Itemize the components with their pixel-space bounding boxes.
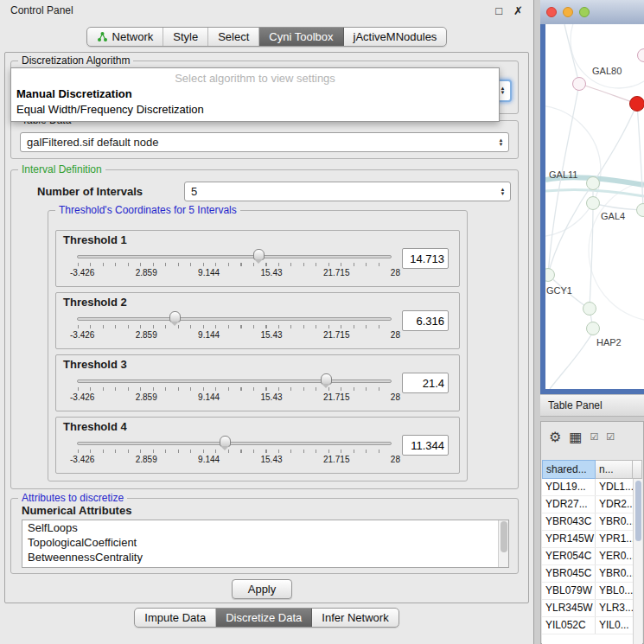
thresholds-group-label: Threshold's Coordinates for 5 Intervals (55, 204, 240, 216)
table-body: YDL19...YDL1... YDR27...YDR2... YBR043CY… (542, 479, 642, 644)
threshold-2-slider[interactable]: -3.4262.8599.14415.4321.71528 (77, 309, 392, 347)
control-panel-titlebar: Control Panel □ ✗ (0, 0, 533, 21)
table-row[interactable]: YBR045CYBR0... (542, 565, 642, 583)
apply-button[interactable]: Apply (232, 579, 292, 599)
network-node[interactable] (586, 322, 600, 335)
table-row[interactable]: YLR345WYLR3... (542, 600, 642, 617)
threshold-label: Threshold 2 (63, 296, 127, 309)
list-item[interactable]: BetweennessCentrality (22, 550, 508, 564)
table-row[interactable]: YDR27...YDR2... (542, 496, 642, 513)
table-scrollbar[interactable] (633, 479, 642, 644)
threshold-4-panel: Threshold 4 -3.4262.8599.14415.4321.7152… (55, 417, 460, 474)
threshold-3-panel: Threshold 3 -3.4262.8599.14415.4321.7152… (55, 354, 460, 411)
top-tabbar: Network Style Select Cyni Toolbox jActiv… (0, 27, 533, 47)
threshold-value-input[interactable] (402, 310, 449, 331)
interval-definition-group: Interval Definition Number of Intervals … (10, 169, 519, 489)
threshold-label: Threshold 3 (63, 358, 127, 371)
discretization-algorithm-group-label: Discretization Algorithm (18, 54, 133, 67)
combo-stepper-icon: ▲▼ (495, 138, 508, 147)
thresholds-group: Threshold's Coordinates for 5 Intervals … (48, 210, 468, 481)
table-data-combobox[interactable]: galFiltered.sif default node ▲▼ (20, 132, 509, 152)
threshold-4-slider[interactable]: -3.4262.8599.14415.4321.71528 (77, 433, 392, 471)
slider-track[interactable] (77, 379, 392, 383)
columns-icon[interactable]: ▦ (569, 429, 582, 445)
slider-thumb[interactable] (169, 311, 181, 322)
slider-thumb[interactable] (321, 373, 332, 385)
threshold-value-input[interactable] (402, 248, 449, 269)
slider-tick-labels: -3.4262.8599.14415.4321.71528 (70, 330, 400, 340)
table-row[interactable]: YER054CYER0... (542, 548, 642, 565)
threshold-3-slider[interactable]: -3.4262.8599.14415.4321.71528 (77, 371, 392, 409)
network-node[interactable] (572, 77, 586, 91)
column-header-shared-name[interactable]: shared... (542, 460, 596, 479)
slider-ticks (78, 325, 391, 328)
node-label: GAL11 (549, 169, 577, 180)
slider-track[interactable] (77, 317, 392, 321)
tab-select[interactable]: Select (208, 28, 259, 46)
scrollbar-thumb[interactable] (635, 481, 641, 541)
select-all-checkbox-icon[interactable]: ☑ (590, 431, 598, 443)
tab-infer-network[interactable]: Infer Network (312, 609, 398, 627)
table-data-group: Table Data galFiltered.sif default node … (10, 120, 519, 159)
tab-style[interactable]: Style (163, 28, 208, 46)
select-column-checkbox-icon[interactable]: ☑ (606, 431, 615, 443)
network-canvas[interactable]: GAL80 GAL11 GAL4 GCY1 HAP2 (545, 24, 644, 389)
tab-cyni-toolbox[interactable]: Cyni Toolbox (259, 28, 343, 46)
tab-network[interactable]: Network (87, 28, 164, 46)
column-header-name[interactable]: n... (596, 460, 633, 479)
threshold-value-input[interactable] (402, 435, 449, 456)
numerical-attributes-list[interactable]: SelfLoops TopologicalCoefficient Between… (22, 520, 509, 568)
network-node[interactable] (586, 196, 600, 210)
slider-ticks (78, 450, 391, 453)
table-header-row: shared... n... (542, 460, 642, 479)
table-row[interactable]: YBL079WYBL0... (542, 583, 642, 600)
number-of-intervals-combobox[interactable]: 5 ▲▼ (184, 182, 511, 201)
table-row[interactable]: YIL052CYIL0... (542, 617, 642, 634)
settings-gear-icon[interactable]: ⚙ (549, 429, 561, 445)
slider-track[interactable] (77, 442, 392, 445)
float-window-icon[interactable]: □ (495, 4, 502, 17)
tab-label: Network (112, 30, 154, 43)
tab-impute-data[interactable]: Impute Data (135, 609, 216, 627)
list-item[interactable]: SelfLoops (22, 520, 508, 535)
slider-ticks (78, 263, 391, 266)
table-panel-window: ⚙ ▦ ☑ ☑ shared... n... YDL19...YDL1... Y… (540, 421, 644, 644)
algorithm-dropdown-list: Select algorithm to view settings Manual… (10, 67, 500, 122)
dropdown-option-equal-width-frequency[interactable]: Equal Width/Frequency Discretization (11, 102, 499, 118)
network-icon (97, 31, 108, 42)
node-label: HAP2 (596, 337, 622, 348)
table-row[interactable]: YBR043CYBR0... (542, 513, 642, 531)
list-item[interactable]: TopologicalCoefficient (22, 535, 508, 550)
slider-thumb[interactable] (220, 436, 231, 447)
network-node[interactable] (586, 176, 600, 190)
minimize-traffic-light-icon[interactable] (563, 7, 573, 17)
network-node-selected[interactable] (629, 96, 644, 112)
tab-jactivemnodules[interactable]: jActiveMNodules (344, 28, 447, 46)
slider-track[interactable] (77, 255, 392, 258)
node-label: GAL4 (601, 211, 625, 221)
threshold-label: Threshold 4 (63, 420, 127, 433)
tab-label: Impute Data (144, 611, 206, 624)
tab-label: Discretize Data (226, 611, 302, 624)
slider-tick-labels: -3.4262.8599.14415.4321.71528 (70, 268, 400, 277)
zoom-traffic-light-icon[interactable] (579, 7, 590, 17)
table-data-selected-value: galFiltered.sif default node (27, 136, 495, 149)
close-window-icon[interactable]: ✗ (513, 4, 523, 17)
number-of-intervals-value: 5 (191, 185, 497, 198)
dropdown-placeholder: Select algorithm to view settings (11, 71, 499, 86)
table-row[interactable]: YPR145WYPR1... (542, 531, 642, 548)
threshold-value-input[interactable] (402, 373, 449, 393)
slider-thumb[interactable] (253, 249, 265, 260)
network-window-titlebar[interactable] (540, 0, 644, 24)
close-traffic-light-icon[interactable] (546, 7, 557, 17)
tab-discretize-data[interactable]: Discretize Data (216, 609, 312, 627)
network-node[interactable] (636, 203, 644, 217)
table-row[interactable]: YDL19...YDL1... (542, 479, 642, 496)
dropdown-option-manual-discretization[interactable]: Manual Discretization (11, 86, 499, 102)
scrollbar-thumb[interactable] (501, 521, 507, 552)
threshold-1-slider[interactable]: -3.4262.8599.14415.4321.71528 (77, 246, 392, 284)
slider-ticks (78, 387, 391, 391)
list-scrollbar[interactable] (498, 520, 508, 567)
tab-label: jActiveMNodules (354, 30, 437, 43)
network-node[interactable] (583, 302, 596, 316)
